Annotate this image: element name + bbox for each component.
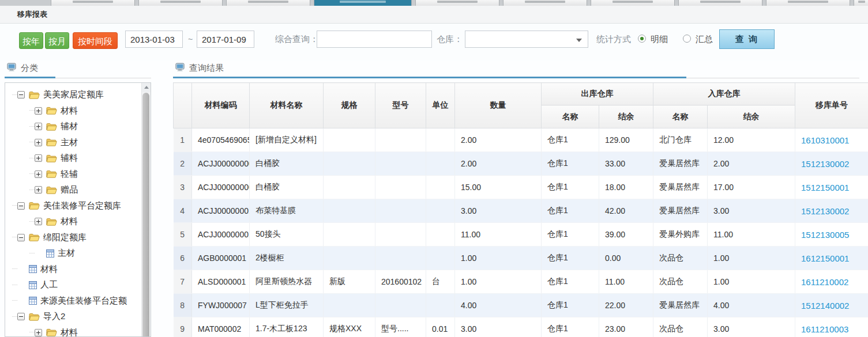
- scroll-up-button[interactable]: [142, 83, 151, 92]
- tree-item-label: 轻辅: [61, 169, 78, 180]
- order-no-link[interactable]: 1512140002: [801, 301, 849, 311]
- table-row: 4ACJJ00000001布菜特基膜3.00仓库142.00爱巢居然库3.001…: [174, 199, 868, 223]
- folder-icon: [46, 123, 57, 131]
- cell-out-balance: 18.00: [599, 176, 653, 199]
- table-row: 8FYWJ000007L型下柜免拉手4.00仓库122.00爱巢居然库4.001…: [174, 294, 868, 317]
- cell-code: 4e0705469065: [192, 128, 250, 152]
- folder-icon: [46, 107, 57, 115]
- expand-toggle-icon[interactable]: [35, 123, 42, 130]
- cell-out-balance: 23.00: [599, 317, 653, 337]
- order-no-link[interactable]: 1611210003: [801, 324, 848, 334]
- combined-query-input[interactable]: [317, 31, 432, 48]
- radio-summary[interactable]: [683, 35, 691, 43]
- tree-item[interactable]: 美美家居定额库: [12, 87, 140, 103]
- cell-num: 3: [174, 176, 192, 199]
- tree-connector: [12, 237, 17, 238]
- order-no-link[interactable]: 1512150001: [801, 183, 849, 192]
- tree-item[interactable]: 主材: [29, 245, 140, 262]
- collapse-toggle-icon[interactable]: [17, 234, 25, 241]
- order-no-link[interactable]: 1512130002: [801, 206, 849, 216]
- browser-tab[interactable]: [766, 0, 850, 6]
- category-panel-title: 分类: [21, 63, 38, 74]
- order-no-link[interactable]: 1512130005: [801, 230, 849, 240]
- cell-unit: [426, 128, 455, 152]
- tree-item[interactable]: 导入2: [12, 309, 140, 325]
- order-no-link[interactable]: 1512130002: [801, 159, 849, 169]
- tree-item[interactable]: 材料: [29, 325, 140, 337]
- browser-tab[interactable]: [503, 0, 587, 6]
- cell-spec: [324, 223, 375, 247]
- cell-order-no: 1611210002: [795, 270, 868, 294]
- tree-item[interactable]: 人工: [12, 277, 140, 293]
- by-month-button[interactable]: 按月: [45, 32, 69, 49]
- browser-tab[interactable]: [854, 0, 868, 6]
- tree-item[interactable]: 绵阳定额库: [12, 230, 140, 246]
- expand-toggle-icon[interactable]: [35, 329, 42, 336]
- expand-toggle-icon[interactable]: [35, 218, 42, 225]
- collapse-toggle-icon[interactable]: [17, 313, 25, 320]
- cell-out-name: 仓库1: [542, 270, 599, 294]
- tree-item[interactable]: 辅材: [29, 119, 140, 135]
- tree-item[interactable]: 轻辅: [29, 166, 140, 183]
- by-year-button[interactable]: 按年: [19, 32, 43, 49]
- warehouse-select[interactable]: [465, 31, 588, 48]
- by-period-button[interactable]: 按时间段: [73, 32, 118, 49]
- folder-icon: [46, 170, 57, 178]
- table-row: 5ACJJ0000000150接头11.00仓库139.00爱巢外购库11.00…: [174, 223, 868, 247]
- cell-model: [375, 176, 426, 199]
- collapse-toggle-icon[interactable]: [17, 91, 25, 99]
- scrollbar-thumb[interactable]: [142, 93, 149, 336]
- order-no-link[interactable]: 1610310001: [801, 135, 849, 145]
- expand-toggle-icon[interactable]: [35, 171, 42, 178]
- browser-tab[interactable]: [415, 0, 499, 6]
- cell-order-no: 1512150001: [795, 176, 868, 199]
- warehouse-label: 仓库：: [437, 31, 463, 48]
- cell-unit: [426, 199, 455, 223]
- search-button[interactable]: 查 询: [719, 29, 775, 49]
- browser-tab[interactable]: [226, 0, 310, 6]
- order-no-link[interactable]: 1611210002: [801, 277, 848, 287]
- col-header-name: 材料名称: [250, 83, 324, 128]
- cell-order-no: 1611210003: [795, 317, 868, 337]
- col-header-code: 材料编码: [192, 83, 250, 128]
- collapse-toggle-icon[interactable]: [17, 202, 25, 210]
- cell-out-balance: 39.00: [599, 223, 653, 247]
- page-title: 移库报表: [17, 6, 47, 23]
- date-from-input[interactable]: [125, 31, 183, 48]
- date-separator: ~: [188, 31, 193, 48]
- browser-tab[interactable]: [678, 0, 762, 6]
- tree-item[interactable]: 主材: [29, 135, 140, 151]
- browser-tab[interactable]: [51, 0, 135, 6]
- tree-item[interactable]: 材料: [12, 262, 140, 278]
- tree-scrollbar[interactable]: [141, 83, 151, 336]
- expand-toggle-icon[interactable]: [35, 186, 42, 194]
- browser-tab[interactable]: [591, 0, 675, 6]
- tree-item[interactable]: 来源美佳装修平台定额: [12, 293, 140, 309]
- cell-code: ACJJ00000001: [192, 223, 250, 247]
- tree-item[interactable]: 材料: [29, 103, 140, 119]
- date-to-input[interactable]: [197, 31, 254, 48]
- tree-item-label: 美佳装修平台定额库: [43, 200, 121, 211]
- order-no-link[interactable]: 1612150001: [801, 253, 849, 263]
- browser-tab[interactable]: [138, 0, 223, 6]
- folder-icon: [46, 328, 57, 336]
- expand-toggle-icon[interactable]: [35, 107, 42, 115]
- title-bar: 移库报表: [0, 6, 868, 24]
- tree-item-label: 材料: [40, 264, 58, 275]
- expand-toggle-icon[interactable]: [35, 139, 42, 146]
- tree-item[interactable]: 赠品: [29, 182, 140, 198]
- cell-qty: 3.00: [455, 317, 542, 337]
- cell-out-balance: 129.00: [599, 128, 653, 152]
- browser-tab-active[interactable]: [314, 0, 412, 6]
- expand-toggle-icon[interactable]: [35, 154, 42, 162]
- cell-code: ACJJ00000000: [192, 152, 250, 176]
- col-header-qty: 数量: [455, 83, 542, 128]
- tree-item[interactable]: 材料: [29, 214, 140, 230]
- radio-detail[interactable]: [638, 35, 646, 43]
- col-header-model: 型号: [375, 83, 426, 128]
- tree-item[interactable]: 美佳装修平台定额库: [12, 198, 140, 214]
- panel-underline-rest: [55, 78, 151, 78]
- cell-in-balance: 11.00: [708, 223, 795, 247]
- cell-num: 1: [174, 128, 192, 152]
- tree-item[interactable]: 辅料: [29, 150, 140, 166]
